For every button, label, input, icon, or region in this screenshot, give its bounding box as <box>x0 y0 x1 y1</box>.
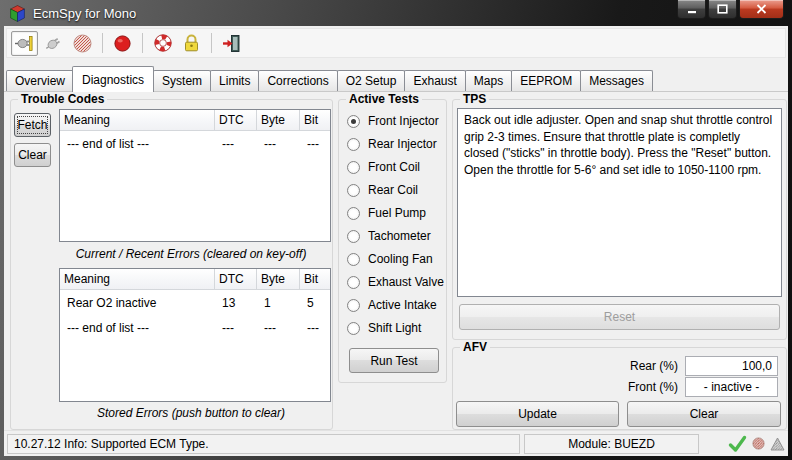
tab-messages[interactable]: Messages <box>580 70 653 91</box>
tab-limits[interactable]: Limits <box>210 70 259 91</box>
current-errors-caption: Current / Recent Errors (cleared on key-… <box>51 247 331 261</box>
toolbar <box>6 28 786 58</box>
current-errors-table: Meaning DTC Byte Bit --- end of list ---… <box>59 109 331 242</box>
exit-button[interactable] <box>218 31 245 56</box>
tps-instructions: Back out idle adjuster. Open and snap sh… <box>457 108 782 297</box>
clear-codes-button[interactable]: Clear <box>14 143 51 167</box>
tps-reset-button[interactable]: Reset <box>459 304 780 330</box>
active-tests-title: Active Tests <box>346 92 422 106</box>
connect-button[interactable] <box>11 31 38 56</box>
disconnect-button[interactable] <box>40 31 67 56</box>
column-header-meaning[interactable]: Meaning <box>60 269 215 289</box>
radio-label: Shift Light <box>368 321 421 335</box>
trouble-codes-group: Trouble Codes Fetch Clear Meaning DTC By… <box>10 99 333 430</box>
tab-overview[interactable]: Overview <box>6 70 74 91</box>
radio-rear-coil[interactable]: Rear Coil <box>347 182 418 198</box>
radio-icon <box>347 184 360 197</box>
tab-maps[interactable]: Maps <box>465 70 512 91</box>
column-header-dtc[interactable]: DTC <box>215 269 257 289</box>
radio-label: Active Intake <box>368 298 437 312</box>
stop-button[interactable] <box>69 31 96 56</box>
active-tests-group: Active Tests Front Injector Rear Injecto… <box>338 99 447 383</box>
table-row[interactable]: Rear O2 inactive 13 1 5 <box>60 290 330 315</box>
radio-icon <box>347 207 360 220</box>
run-test-button[interactable]: Run Test <box>349 348 439 373</box>
stored-errors-table: Meaning DTC Byte Bit Rear O2 inactive 13… <box>59 268 331 402</box>
cell-bit: --- <box>300 321 330 335</box>
radio-icon <box>347 230 360 243</box>
help-lifebuoy-button[interactable] <box>149 31 176 56</box>
cell-meaning: --- end of list --- <box>60 137 215 151</box>
tab-strip: Overview Diagnostics System Limits Corre… <box>4 64 788 92</box>
radio-label: Front Coil <box>368 160 420 174</box>
minimize-button[interactable] <box>677 0 706 19</box>
column-header-bit[interactable]: Bit <box>300 269 330 289</box>
column-header-byte[interactable]: Byte <box>257 110 300 130</box>
radio-label: Cooling Fan <box>368 252 433 266</box>
table-row[interactable]: --- end of list --- --- --- --- <box>60 131 330 156</box>
radio-exhaust-valve[interactable]: Exhaust Valve <box>347 274 444 290</box>
warning-inactive-icon <box>770 437 785 451</box>
radio-label: Exhaust Valve <box>368 275 444 289</box>
column-header-dtc[interactable]: DTC <box>215 110 257 130</box>
radio-cooling-fan[interactable]: Cooling Fan <box>347 251 433 267</box>
trouble-codes-title: Trouble Codes <box>18 92 107 106</box>
cell-byte: 1 <box>257 296 300 310</box>
radio-fuel-pump[interactable]: Fuel Pump <box>347 205 426 221</box>
toolbar-separator <box>102 33 103 53</box>
lock-button[interactable] <box>178 31 205 56</box>
close-button[interactable] <box>739 0 784 19</box>
cell-meaning: --- end of list --- <box>60 321 215 335</box>
maximize-icon <box>717 4 728 14</box>
toolbar-separator <box>142 33 143 53</box>
tab-o2-setup[interactable]: O2 Setup <box>337 70 406 91</box>
close-icon <box>756 4 767 14</box>
column-header-byte[interactable]: Byte <box>257 269 300 289</box>
afv-front-input[interactable] <box>685 377 778 397</box>
radio-tachometer[interactable]: Tachometer <box>347 228 431 244</box>
table-header: Meaning DTC Byte Bit <box>60 110 330 131</box>
app-logo-icon <box>9 5 26 22</box>
afv-front-label: Front (%) <box>453 380 678 394</box>
tps-group: TPS Back out idle adjuster. Open and sna… <box>452 99 787 340</box>
connect-plug-icon <box>14 33 35 54</box>
afv-clear-button[interactable]: Clear <box>627 401 781 427</box>
status-indicators <box>703 435 785 453</box>
fetch-button[interactable]: Fetch <box>14 113 51 137</box>
radio-rear-injector[interactable]: Rear Injector <box>347 136 437 152</box>
cell-bit: 5 <box>300 296 330 310</box>
tab-system[interactable]: System <box>153 70 211 91</box>
radio-label: Rear Injector <box>368 137 437 151</box>
minimize-icon <box>687 5 697 14</box>
status-module: Module: BUEZD <box>524 434 699 454</box>
app-window: EcmSpy for Mono <box>0 0 792 460</box>
tab-exhaust[interactable]: Exhaust <box>404 70 465 91</box>
radio-front-injector[interactable]: Front Injector <box>347 113 439 129</box>
cell-dtc: --- <box>215 137 257 151</box>
record-icon <box>112 33 133 54</box>
title-bar[interactable]: EcmSpy for Mono <box>0 0 792 26</box>
radio-label: Fuel Pump <box>368 206 426 220</box>
cell-dtc: --- <box>215 321 257 335</box>
table-header: Meaning DTC Byte Bit <box>60 269 330 290</box>
maximize-button[interactable] <box>708 0 737 19</box>
column-header-bit[interactable]: Bit <box>300 110 330 130</box>
tab-corrections[interactable]: Corrections <box>258 70 337 91</box>
radio-shift-light[interactable]: Shift Light <box>347 320 421 336</box>
column-header-meaning[interactable]: Meaning <box>60 110 215 130</box>
afv-update-button[interactable]: Update <box>456 401 619 427</box>
table-row[interactable]: --- end of list --- --- --- --- <box>60 315 330 340</box>
tab-diagnostics[interactable]: Diagnostics <box>72 66 154 92</box>
radio-front-coil[interactable]: Front Coil <box>347 159 420 175</box>
record-button[interactable] <box>109 31 136 56</box>
disconnect-plug-icon <box>43 33 64 54</box>
radio-icon <box>347 276 360 289</box>
record-inactive-icon <box>752 437 765 450</box>
afv-rear-input[interactable] <box>685 356 778 376</box>
cell-byte: --- <box>257 137 300 151</box>
afv-rear-label: Rear (%) <box>453 359 678 373</box>
radio-icon <box>347 322 360 335</box>
radio-active-intake[interactable]: Active Intake <box>347 297 437 313</box>
stop-disabled-icon <box>72 33 93 54</box>
tab-eeprom[interactable]: EEPROM <box>511 70 581 91</box>
